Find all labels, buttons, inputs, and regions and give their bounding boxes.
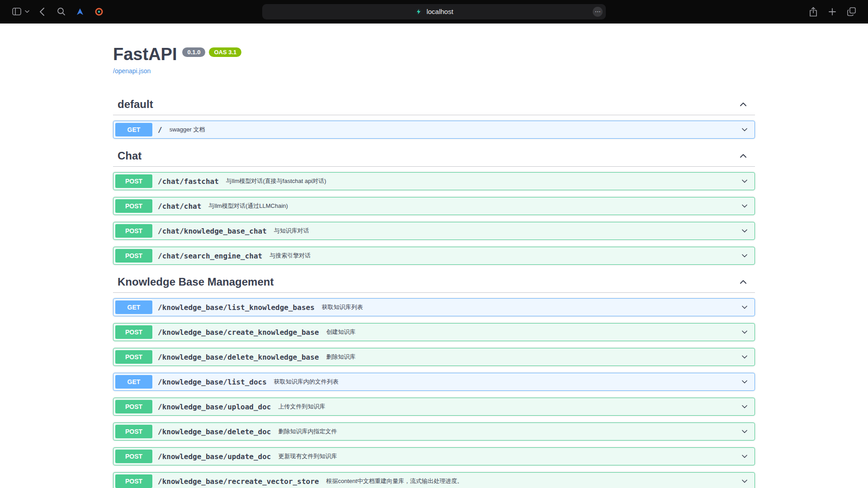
operations-list: GET / swagger 文档 bbox=[113, 115, 755, 139]
expand-operation-chevron-down-icon[interactable] bbox=[740, 226, 749, 235]
operation-summary: 与llm模型对话(直接与fastchat api对话) bbox=[226, 177, 326, 185]
swagger-ui-page: FastAPI0.1.0OAS 3.1 /openapi.json defaul… bbox=[0, 23, 868, 488]
operation-path: /knowledge_base/list_knowledge_bases bbox=[158, 303, 315, 312]
operation-path: /chat/knowledge_base_chat bbox=[158, 227, 267, 235]
method-badge: POST bbox=[115, 450, 152, 463]
expand-operation-chevron-down-icon[interactable] bbox=[740, 125, 749, 134]
operation-summary: 与搜索引擎对话 bbox=[269, 252, 311, 260]
expand-operation-chevron-down-icon[interactable] bbox=[740, 328, 749, 337]
expand-operation-chevron-down-icon[interactable] bbox=[740, 377, 749, 386]
section-header[interactable]: default bbox=[113, 94, 755, 115]
collapse-section-chevron-up-icon[interactable] bbox=[738, 150, 749, 161]
operation-summary: 获取知识库列表 bbox=[322, 303, 363, 311]
api-info: FastAPI0.1.0OAS 3.1 /openapi.json bbox=[113, 23, 755, 76]
api-title-text: FastAPI bbox=[113, 45, 177, 64]
expand-operation-chevron-down-icon[interactable] bbox=[740, 477, 749, 486]
operation-row[interactable]: POST /chat/search_engine_chat 与搜索引擎对话 bbox=[113, 247, 755, 265]
operation-row[interactable]: GET / swagger 文档 bbox=[113, 121, 755, 139]
method-badge: POST bbox=[115, 325, 152, 339]
section-title: default bbox=[118, 98, 153, 111]
operation-summary: 更新现有文件到知识库 bbox=[278, 452, 337, 460]
operation-path: /knowledge_base/update_doc bbox=[158, 452, 271, 461]
operation-row[interactable]: POST /chat/chat 与llm模型对话(通过LLMChain) bbox=[113, 197, 755, 215]
expand-operation-chevron-down-icon[interactable] bbox=[740, 303, 749, 312]
target-extension-icon bbox=[94, 7, 104, 16]
expand-operation-chevron-down-icon[interactable] bbox=[740, 202, 749, 211]
operation-summary: 删除知识库内指定文件 bbox=[278, 427, 337, 436]
operation-row[interactable]: GET /knowledge_base/list_knowledge_bases… bbox=[113, 298, 755, 316]
operation-path: /chat/chat bbox=[158, 202, 201, 211]
toolbar-right-group bbox=[806, 5, 859, 19]
tabs-icon bbox=[847, 7, 856, 16]
operation-summary: swagger 文档 bbox=[170, 126, 205, 134]
swagger-container: FastAPI0.1.0OAS 3.1 /openapi.json defaul… bbox=[113, 23, 755, 488]
bird-extension-icon bbox=[75, 7, 85, 16]
method-badge: POST bbox=[115, 425, 152, 438]
method-badge: POST bbox=[115, 474, 152, 488]
method-badge: POST bbox=[115, 174, 152, 188]
expand-operation-chevron-down-icon[interactable] bbox=[740, 427, 749, 436]
search-button[interactable] bbox=[53, 5, 69, 19]
operation-row[interactable]: POST /knowledge_base/recreate_vector_sto… bbox=[113, 472, 755, 488]
tab-overview-button[interactable] bbox=[844, 5, 859, 19]
operation-path: /knowledge_base/create_knowledge_base bbox=[158, 328, 319, 337]
operation-row[interactable]: POST /knowledge_base/create_knowledge_ba… bbox=[113, 323, 755, 341]
operation-row[interactable]: POST /knowledge_base/update_doc 更新现有文件到知… bbox=[113, 447, 755, 465]
browser-toolbar: localhost ⋯ bbox=[0, 0, 868, 23]
method-badge: POST bbox=[115, 400, 152, 413]
extension-orange-icon[interactable] bbox=[91, 5, 107, 19]
section-header[interactable]: Knowledge Base Management bbox=[113, 272, 755, 293]
expand-operation-chevron-down-icon[interactable] bbox=[740, 402, 749, 411]
operation-summary: 获取知识库内的文件列表 bbox=[274, 378, 339, 386]
back-button[interactable] bbox=[34, 5, 50, 19]
operation-summary: 与llm模型对话(通过LLMChain) bbox=[208, 202, 288, 210]
url-text: localhost bbox=[426, 8, 453, 15]
oas-badge: OAS 3.1 bbox=[209, 47, 241, 57]
plus-icon bbox=[828, 8, 836, 16]
expand-operation-chevron-down-icon[interactable] bbox=[740, 352, 749, 361]
toolbar-left-group bbox=[9, 5, 107, 19]
method-badge: POST bbox=[115, 199, 152, 213]
collapse-section-chevron-up-icon[interactable] bbox=[738, 99, 749, 110]
chevron-down-icon bbox=[25, 10, 29, 13]
openapi-spec-link[interactable]: /openapi.json bbox=[113, 66, 151, 76]
chevron-left-icon bbox=[39, 7, 45, 16]
operation-row[interactable]: POST /knowledge_base/delete_doc 删除知识库内指定… bbox=[113, 422, 755, 441]
operation-path: /chat/fastchat bbox=[158, 177, 219, 186]
sidebar-toggle-button[interactable] bbox=[9, 5, 24, 19]
operation-path: /knowledge_base/recreate_vector_store bbox=[158, 477, 319, 486]
operation-row[interactable]: POST /chat/fastchat 与llm模型对话(直接与fastchat… bbox=[113, 172, 755, 190]
operation-path: /chat/search_engine_chat bbox=[158, 252, 262, 260]
operation-path: /knowledge_base/delete_doc bbox=[158, 427, 271, 436]
extensions-overflow-button[interactable]: ⋯ bbox=[593, 7, 603, 17]
expand-operation-chevron-down-icon[interactable] bbox=[740, 177, 749, 186]
operation-path: / bbox=[158, 126, 162, 134]
operation-row[interactable]: GET /knowledge_base/list_docs 获取知识库内的文件列… bbox=[113, 373, 755, 391]
method-badge: POST bbox=[115, 350, 152, 364]
operation-row[interactable]: POST /knowledge_base/upload_doc 上传文件到知识库 bbox=[113, 398, 755, 416]
address-bar[interactable]: localhost ⋯ bbox=[262, 4, 606, 19]
sidebar-icon bbox=[12, 8, 21, 15]
sections-list: default GET / swagger 文档 Chat bbox=[113, 94, 755, 488]
section-title: Chat bbox=[118, 149, 142, 163]
api-title: FastAPI0.1.0OAS 3.1 bbox=[113, 44, 755, 64]
extension-blue-icon[interactable] bbox=[72, 5, 88, 19]
share-button[interactable] bbox=[806, 5, 821, 19]
expand-operation-chevron-down-icon[interactable] bbox=[740, 452, 749, 461]
section-header[interactable]: Chat bbox=[113, 145, 755, 167]
operation-row[interactable]: POST /knowledge_base/delete_knowledge_ba… bbox=[113, 348, 755, 366]
operation-summary: 创建知识库 bbox=[326, 328, 355, 336]
method-badge: GET bbox=[115, 300, 152, 314]
operation-row[interactable]: POST /chat/knowledge_base_chat 与知识库对话 bbox=[113, 222, 755, 240]
method-badge: GET bbox=[115, 123, 152, 136]
expand-operation-chevron-down-icon[interactable] bbox=[740, 251, 749, 260]
method-badge: GET bbox=[115, 375, 152, 389]
new-tab-button[interactable] bbox=[825, 5, 840, 19]
api-tag-section: Chat POST /chat/fastchat 与llm模型对话(直接与fas… bbox=[113, 145, 755, 265]
operation-path: /knowledge_base/list_docs bbox=[158, 378, 267, 386]
operation-path: /knowledge_base/upload_doc bbox=[158, 403, 271, 411]
collapse-section-chevron-up-icon[interactable] bbox=[738, 277, 749, 287]
api-tag-section: Knowledge Base Management GET /knowledge… bbox=[113, 272, 755, 488]
sidebar-menu-chevron-button[interactable] bbox=[24, 5, 31, 19]
operation-summary: 根据content中文档重建向量库，流式输出处理进度。 bbox=[326, 477, 463, 485]
